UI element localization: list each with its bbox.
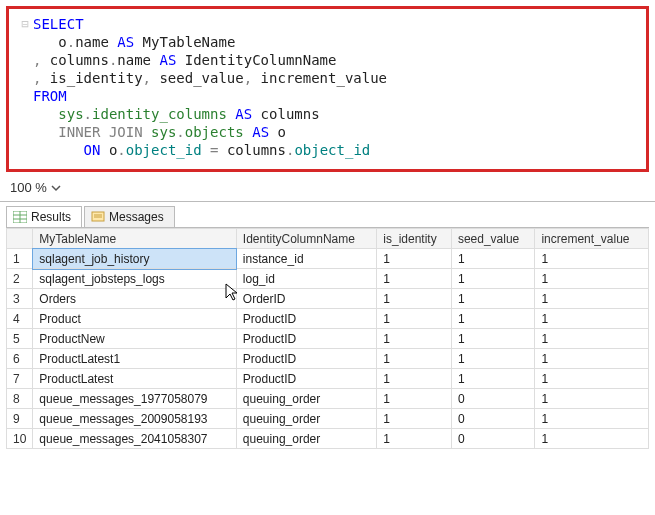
table-row[interactable]: 10 queue_messages_2041058307 queuing_ord… bbox=[7, 429, 649, 449]
tab-messages[interactable]: Messages bbox=[84, 206, 175, 227]
table-row[interactable]: 1 sqlagent_job_history instance_id 1 1 1 bbox=[7, 249, 649, 269]
col-header[interactable]: MyTableName bbox=[33, 229, 236, 249]
col-header[interactable]: increment_value bbox=[535, 229, 649, 249]
results-grid-container: MyTableName IdentityColumnName is_identi… bbox=[6, 227, 649, 449]
col-header[interactable]: is_identity bbox=[377, 229, 452, 249]
gutter bbox=[17, 33, 33, 51]
cell[interactable]: 1 bbox=[377, 249, 452, 269]
cell[interactable]: sqlagent_job_history bbox=[33, 249, 236, 269]
col-header[interactable]: IdentityColumnName bbox=[236, 229, 376, 249]
table-row[interactable]: 2 sqlagent_jobsteps_logs log_id 1 1 1 bbox=[7, 269, 649, 289]
table-row[interactable]: 8 queue_messages_1977058079 queuing_orde… bbox=[7, 389, 649, 409]
results-grid[interactable]: MyTableName IdentityColumnName is_identi… bbox=[6, 228, 649, 449]
message-icon bbox=[91, 211, 105, 223]
tab-messages-label: Messages bbox=[109, 210, 164, 224]
cell[interactable]: 1 bbox=[535, 249, 649, 269]
row-number[interactable]: 1 bbox=[7, 249, 33, 269]
grid-icon bbox=[13, 211, 27, 223]
table-row[interactable]: 3 Orders OrderID 1 1 1 bbox=[7, 289, 649, 309]
corner-cell[interactable] bbox=[7, 229, 33, 249]
keyword: SELECT bbox=[33, 16, 84, 32]
table-row[interactable]: 9 queue_messages_2009058193 queuing_orde… bbox=[7, 409, 649, 429]
sql-editor[interactable]: ⊟SELECT o.name AS MyTableName , columns.… bbox=[6, 6, 649, 172]
zoom-bar: 100 % bbox=[0, 176, 655, 202]
col-header[interactable]: seed_value bbox=[451, 229, 535, 249]
cell[interactable]: instance_id bbox=[236, 249, 376, 269]
tab-results[interactable]: Results bbox=[6, 206, 82, 227]
cell[interactable]: 1 bbox=[451, 249, 535, 269]
tab-results-label: Results bbox=[31, 210, 71, 224]
header-row: MyTableName IdentityColumnName is_identi… bbox=[7, 229, 649, 249]
table-row[interactable]: 6 ProductLatest1 ProductID 1 1 1 bbox=[7, 349, 649, 369]
table-row[interactable]: 5 ProductNew ProductID 1 1 1 bbox=[7, 329, 649, 349]
chevron-down-icon[interactable] bbox=[51, 184, 61, 192]
table-row[interactable]: 7 ProductLatest ProductID 1 1 1 bbox=[7, 369, 649, 389]
gutter-collapse-icon[interactable]: ⊟ bbox=[17, 15, 33, 33]
zoom-level[interactable]: 100 % bbox=[6, 178, 51, 197]
cursor-icon bbox=[224, 282, 240, 302]
result-tabs: Results Messages bbox=[0, 202, 655, 227]
table-row[interactable]: 4 Product ProductID 1 1 1 bbox=[7, 309, 649, 329]
